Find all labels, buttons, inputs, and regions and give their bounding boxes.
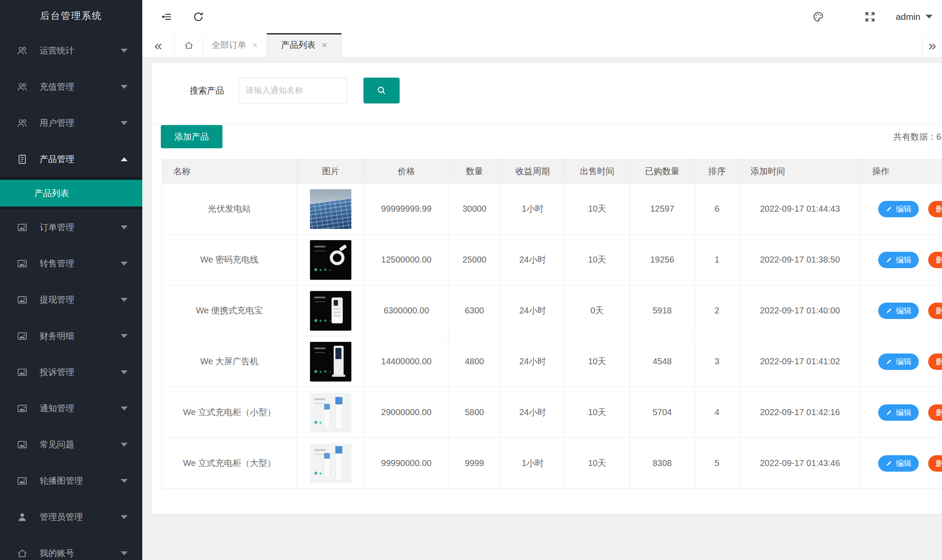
sidebar-item-label: 我的账号: [40, 547, 74, 559]
chevron-down-icon: [121, 298, 128, 302]
sidebar-item-7[interactable]: 财务明细: [0, 318, 142, 354]
sidebar-subitem[interactable]: 产品列表: [0, 180, 142, 206]
delete-button[interactable]: 删除: [928, 252, 942, 268]
delete-button[interactable]: 删除: [928, 455, 942, 472]
edit-button-label: 编辑: [896, 458, 911, 469]
product-list-card: 搜索产品 添加产品 共有数据：6 名称图片价格数量收益周期出售时间已购数量排序添…: [152, 63, 942, 514]
product-name: We 便携式充电宝: [162, 285, 297, 336]
delete-button[interactable]: 删除: [928, 404, 942, 421]
fullscreen-icon[interactable]: [864, 11, 876, 23]
tab-label: 全部订单: [212, 39, 246, 51]
users-icon: [16, 81, 28, 93]
search-input[interactable]: [238, 78, 347, 103]
sidebar-item-8[interactable]: 投诉管理: [0, 354, 142, 390]
collapse-menu-icon[interactable]: [160, 11, 172, 23]
product-sort: 1: [695, 235, 739, 285]
column-header-0: 名称: [162, 160, 297, 184]
edit-button[interactable]: 编辑: [878, 354, 919, 370]
sidebar-item-5[interactable]: 转售管理: [0, 245, 142, 282]
search-label: 搜索产品: [190, 78, 224, 103]
pencil-icon: [886, 257, 892, 263]
product-quantity: 9999: [448, 438, 501, 489]
tab-0[interactable]: 全部订单×: [203, 33, 267, 57]
total-data-label: 共有数据：: [893, 132, 936, 141]
sidebar-item-label: 用户管理: [40, 117, 74, 129]
product-added-time: 2022-09-17 01:40:00: [739, 285, 861, 336]
product-price: 99999999.99: [365, 184, 448, 235]
sidebar-item-11[interactable]: 轮播图管理: [0, 463, 142, 499]
sidebar-submenu: 产品列表: [0, 177, 142, 209]
tabs-container: 全部订单×产品列表×: [203, 33, 342, 57]
delete-button[interactable]: 删除: [928, 303, 942, 319]
product-quantity: 6300: [448, 285, 501, 336]
product-image-cable: [310, 240, 351, 280]
edit-button[interactable]: 编辑: [878, 252, 919, 268]
column-header-1: 图片: [297, 160, 365, 184]
sidebar-item-4[interactable]: 订单管理: [0, 209, 142, 245]
sidebar-item-label: 提现管理: [40, 294, 74, 306]
chevron-down-icon: [121, 370, 128, 374]
product-cycle: 1小时: [501, 184, 565, 235]
sidebar-item-6[interactable]: 提现管理: [0, 282, 142, 318]
refresh-icon[interactable]: [192, 11, 204, 23]
home-icon: [16, 547, 28, 559]
table-row-5: We 立式充电柜（大型）99990000.0099991小时10天8308520…: [162, 438, 942, 489]
product-sort: 4: [695, 387, 739, 438]
image-icon: [16, 475, 28, 487]
column-header-5: 出售时间: [565, 160, 630, 184]
delete-button[interactable]: 删除: [928, 354, 942, 370]
product-purchased: 5918: [630, 285, 695, 336]
tab-1[interactable]: 产品列表×: [267, 33, 342, 57]
table-row-1: We 密码充电线12500000.002500024小时10天192561202…: [162, 235, 942, 285]
sidebar-item-3[interactable]: 产品管理: [0, 141, 142, 177]
chevron-down-icon: [121, 121, 128, 125]
product-purchased: 5704: [630, 387, 695, 438]
tab-home[interactable]: [175, 33, 203, 57]
tab-scroll-left[interactable]: «: [142, 33, 175, 57]
product-added-time: 2022-09-17 01:42:16: [739, 387, 861, 438]
sidebar-item-1[interactable]: 充值管理: [0, 69, 142, 105]
chevron-down-icon: [121, 479, 128, 483]
tab-scroll-right[interactable]: »: [922, 33, 942, 57]
edit-button[interactable]: 编辑: [878, 303, 919, 319]
sidebar-item-12[interactable]: 管理员管理: [0, 499, 142, 535]
edit-button[interactable]: 编辑: [878, 201, 919, 217]
product-added-time: 2022-09-17 01:44:43: [739, 184, 861, 235]
edit-button[interactable]: 编辑: [878, 455, 919, 472]
caret-down-icon: [926, 15, 933, 19]
chevron-down-icon: [121, 85, 128, 89]
user-menu[interactable]: admin: [896, 12, 933, 22]
sidebar-item-9[interactable]: 通知管理: [0, 390, 142, 426]
close-icon[interactable]: ×: [252, 41, 258, 50]
palette-glyph: [812, 11, 824, 23]
product-quantity: 5800: [448, 387, 501, 438]
product-image-adscreen: [310, 342, 351, 382]
sidebar-item-2[interactable]: 用户管理: [0, 105, 142, 141]
sidebar-item-label: 订单管理: [40, 222, 74, 233]
sidebar-menu: 运营统计充值管理用户管理产品管理产品列表订单管理转售管理提现管理财务明细投诉管理…: [0, 32, 142, 560]
product-quantity: 30000: [448, 184, 501, 235]
image-icon: [16, 330, 28, 342]
sidebar-item-13[interactable]: 我的账号: [0, 535, 142, 560]
add-product-button[interactable]: 添加产品: [161, 125, 222, 148]
product-name: We 立式充电柜（大型）: [162, 438, 297, 489]
product-price: 6300000.00: [365, 285, 448, 336]
close-icon[interactable]: ×: [322, 41, 327, 50]
tab-label: 产品列表: [281, 39, 316, 51]
main-area: admin « 全部订单×产品列表× » 搜索产品 添加产品 共有数据：6 名称…: [142, 0, 942, 560]
sidebar-item-10[interactable]: 常见问题: [0, 426, 142, 463]
sidebar-item-0[interactable]: 运营统计: [0, 32, 142, 69]
chevron-down-icon: [121, 443, 128, 447]
delete-button[interactable]: 删除: [928, 201, 942, 217]
image-icon: [16, 222, 28, 233]
pencil-icon: [886, 307, 892, 314]
product-purchased: 4548: [630, 336, 695, 387]
table-header-row: 名称图片价格数量收益周期出售时间已购数量排序添加时间操作: [162, 160, 942, 184]
product-price: 14400000.00: [365, 336, 448, 387]
product-quantity: 4800: [448, 336, 501, 387]
search-button[interactable]: [363, 78, 400, 103]
edit-button[interactable]: 编辑: [878, 404, 919, 421]
theme-palette-icon[interactable]: [812, 11, 824, 23]
home-icon: [184, 40, 194, 50]
total-data-text: 共有数据：6: [893, 125, 941, 148]
